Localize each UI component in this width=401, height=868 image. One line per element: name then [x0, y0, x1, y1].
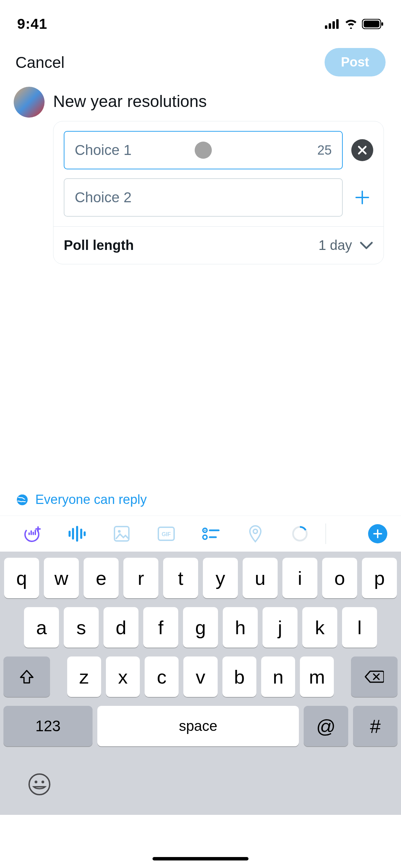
keyboard: qwertyuiop asdfghjkl zxcvbnm 123 space @…: [0, 552, 401, 815]
poll-length-row[interactable]: Poll length 1 day: [53, 226, 384, 264]
remove-poll-button[interactable]: [351, 139, 373, 161]
compose-text[interactable]: New year resolutions: [53, 87, 387, 121]
cancel-button[interactable]: Cancel: [15, 53, 64, 72]
key-i[interactable]: i: [282, 558, 317, 598]
close-icon: [357, 145, 367, 155]
at-key[interactable]: @: [304, 706, 348, 746]
numbers-key[interactable]: 123: [3, 706, 93, 746]
choice-2-placeholder: Choice 2: [75, 189, 132, 206]
toolbar-image-button[interactable]: [99, 525, 144, 542]
key-a[interactable]: a: [24, 607, 59, 648]
key-o[interactable]: o: [322, 558, 357, 598]
add-thread-button[interactable]: [368, 524, 387, 543]
status-time: 9:41: [17, 16, 47, 32]
poll-length-label: Poll length: [64, 238, 134, 253]
svg-point-16: [203, 535, 207, 539]
key-j[interactable]: j: [263, 607, 297, 648]
key-t[interactable]: t: [163, 558, 198, 598]
record-plus-icon: [23, 524, 42, 543]
key-m[interactable]: m: [300, 656, 334, 697]
poll-length-value: 1 day: [318, 238, 373, 253]
space-key[interactable]: space: [97, 706, 299, 746]
reply-setting-label: Everyone can reply: [35, 492, 147, 507]
svg-rect-6: [381, 22, 383, 26]
shift-key[interactable]: [3, 656, 50, 697]
poll-choices: Choice 1 25 Choice 2: [53, 121, 384, 226]
choice-row-1: Choice 1 25: [64, 131, 373, 169]
key-k[interactable]: k: [302, 607, 337, 648]
key-l[interactable]: l: [342, 607, 377, 648]
image-icon: [113, 525, 130, 542]
toolbar-location-button[interactable]: [233, 525, 278, 543]
key-e[interactable]: e: [84, 558, 119, 598]
key-h[interactable]: h: [223, 607, 258, 648]
keyboard-row-1: qwertyuiop: [3, 558, 398, 598]
key-g[interactable]: g: [183, 607, 218, 648]
svg-point-18: [253, 529, 257, 533]
compose-content: New year resolutions Choice 1 25 Choice …: [53, 87, 387, 264]
compose-toolbar: GIF: [0, 516, 401, 552]
add-choice-button[interactable]: [351, 186, 373, 208]
choice-1-placeholder: Choice 1: [75, 142, 132, 158]
toolbar-spaces-button[interactable]: [55, 526, 99, 542]
key-d[interactable]: d: [104, 607, 138, 648]
backspace-key[interactable]: [351, 656, 398, 697]
key-z[interactable]: z: [67, 656, 101, 697]
choice-1-counter: 25: [317, 143, 332, 158]
choice-2-input[interactable]: Choice 2: [64, 178, 343, 217]
wifi-icon: [344, 19, 358, 29]
key-n[interactable]: n: [261, 656, 295, 697]
reply-setting[interactable]: Everyone can reply: [0, 484, 401, 516]
status-icons: [325, 19, 384, 29]
battery-icon: [362, 19, 384, 29]
toolbar-gif-button[interactable]: GIF: [144, 525, 189, 542]
key-y[interactable]: y: [203, 558, 238, 598]
emoji-key[interactable]: [27, 772, 51, 801]
poll-length-text: 1 day: [318, 238, 352, 253]
gif-icon: GIF: [157, 525, 175, 542]
poll-icon: [202, 526, 220, 541]
key-p[interactable]: p: [362, 558, 397, 598]
key-f[interactable]: f: [143, 607, 178, 648]
toolbar-separator: [326, 523, 326, 544]
hash-key[interactable]: #: [353, 706, 398, 746]
shift-icon: [19, 668, 35, 685]
plus-icon: [355, 190, 370, 205]
choice-row-2: Choice 2: [64, 178, 373, 217]
nav-bar: Cancel Post: [0, 41, 401, 87]
keyboard-row-3: zxcvbnm: [3, 656, 398, 697]
key-w[interactable]: w: [44, 558, 79, 598]
avatar[interactable]: [14, 87, 45, 118]
toolbar-poll-button[interactable]: [189, 526, 233, 541]
chevron-down-icon: [360, 241, 373, 250]
home-indicator[interactable]: [153, 857, 248, 860]
globe-icon: [15, 493, 29, 507]
svg-point-22: [35, 781, 37, 783]
svg-point-10: [118, 530, 121, 533]
text-cursor-indicator: [195, 142, 212, 159]
key-q[interactable]: q: [4, 558, 39, 598]
svg-point-21: [29, 774, 50, 795]
choice-1-input[interactable]: Choice 1 25: [64, 131, 343, 169]
key-v[interactable]: v: [183, 656, 217, 697]
progress-circle-icon: [292, 526, 308, 542]
post-button[interactable]: Post: [325, 48, 386, 76]
svg-rect-5: [364, 21, 379, 27]
poll-card: Choice 1 25 Choice 2: [53, 121, 384, 264]
key-c[interactable]: c: [145, 656, 179, 697]
key-u[interactable]: u: [243, 558, 278, 598]
status-bar: 9:41: [0, 0, 401, 41]
svg-point-23: [41, 781, 44, 783]
svg-rect-3: [336, 19, 339, 29]
key-x[interactable]: x: [106, 656, 140, 697]
toolbar-progress: [278, 526, 322, 542]
keyboard-row-4: 123 space @ #: [3, 706, 398, 746]
key-r[interactable]: r: [123, 558, 158, 598]
svg-point-8: [23, 525, 41, 543]
plus-icon: [373, 529, 383, 539]
key-s[interactable]: s: [64, 607, 99, 648]
svg-rect-0: [325, 25, 327, 29]
compose-area: New year resolutions Choice 1 25 Choice …: [0, 87, 401, 264]
toolbar-record-button[interactable]: [10, 524, 55, 543]
key-b[interactable]: b: [222, 656, 256, 697]
